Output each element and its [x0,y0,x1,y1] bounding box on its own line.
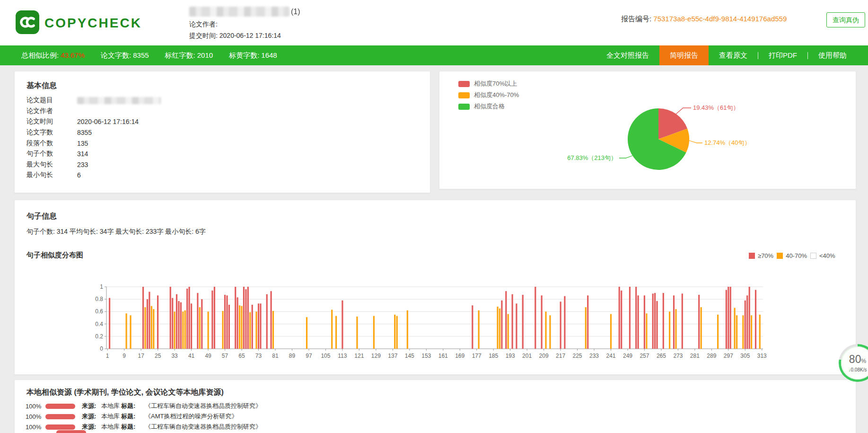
similarity-percent: 100% [26,424,45,431]
bar [749,287,750,349]
pie-legend-item[interactable]: 相似度70%以上 [458,78,519,89]
bar [701,307,702,349]
nav-stat-label: 论文字数: [101,51,131,59]
bar [654,293,656,349]
bar [180,302,182,349]
bar [306,317,307,349]
legend-label: 相似度70%以上 [474,80,517,88]
x-tick-label: 249 [623,353,632,359]
legend-swatch [458,104,470,110]
bar [629,287,631,349]
x-tick-label: 177 [472,353,482,359]
bar [755,290,756,349]
bar [673,295,675,349]
bar-legend-item[interactable]: ≥70% [749,252,773,259]
page-header: COPYCHECK (1) 论文作者: 提交时间: 2020-06-12 17:… [0,0,868,45]
pie-legend-item[interactable]: 相似度40%-70% [458,89,519,101]
copycheck-logo-icon [16,10,39,34]
basic-info-label: 论文题目 [26,96,65,105]
cc-glyph-icon [17,12,38,33]
similarity-progress-pill [45,414,75,419]
x-tick-label: 273 [673,353,683,359]
bar [211,291,213,349]
bar [478,310,480,349]
local-resources-title: 本地相似资源 (学术期刊, 学位论文, 会议论文等本地库资源) [26,388,224,398]
nav-stat-value: 1648 [261,51,277,59]
x-tick-label: 169 [455,353,465,359]
tab-print-pdf[interactable]: 打印PDF [758,45,807,65]
bar [249,312,251,349]
similarity-pie-chart: 19.43%（61句）12.74%（40句）67.83%（213句） [520,81,851,187]
tab-brief-report[interactable]: 简明报告 [659,45,709,65]
bar [717,315,719,349]
paper-title-suffix: (1) [291,8,300,16]
legend-swatch [777,253,783,259]
basic-info-row: 论文字数8355 [26,127,161,138]
bar [170,287,171,349]
bar [585,307,587,349]
verify-report-button[interactable]: 查询真伪 [826,12,865,27]
x-tick-label: 257 [640,353,649,359]
pie-label-line [689,141,702,143]
pie-slice-label: 19.43%（61句） [693,104,739,111]
bar-legend-item[interactable]: <40% [810,252,835,259]
bar [728,287,729,349]
bar [505,291,507,349]
bar [501,300,502,349]
bar [157,295,158,349]
bar [545,311,546,349]
bar [260,303,261,349]
tab-view-original[interactable]: 查看原文 [709,45,758,65]
bar [151,306,152,349]
bar [652,293,654,349]
basic-info-value: 8355 [77,129,92,136]
nav-stat: 标黄字数:1648 [229,51,277,60]
bar [147,299,148,349]
tab-full-report[interactable]: 全文对照报告 [596,45,659,65]
bar [356,317,358,349]
bar [197,293,198,349]
x-tick-label: 185 [489,353,498,359]
x-tick-label: 121 [354,353,364,359]
basic-info-row: 段落个数135 [26,138,161,149]
bar [746,295,748,349]
x-tick-label: 25 [155,353,161,359]
y-tick-label: 0 [100,345,103,352]
nav-stat: 标红字数:2010 [165,51,213,60]
local-resources-rows: 100%来源:本地库标题:《工程车辆自动变速器换档品质控制研究》100%来源:本… [15,401,856,432]
basic-info-row: 最小句长6 [26,170,161,181]
x-tick-label: 265 [657,353,666,359]
bar [669,311,670,349]
title-label: 标题: [121,423,145,431]
pie-legend: 相似度70%以上相似度40%-70%相似度合格 [458,78,519,112]
similarity-percent: 100% [26,403,45,410]
nav-stat-value: 2010 [197,51,213,59]
resource-title: 《工程车辆自动变速器换档品质控制研究》 [145,402,262,410]
bar [258,303,259,349]
nav-stat-label: 总相似比例: [21,51,59,59]
x-tick-label: 73 [255,353,262,359]
basic-info-row: 最大句长233 [26,159,161,170]
x-tick-label: 281 [690,353,700,359]
redacted-value [77,97,161,104]
source-label: 来源: [82,402,101,410]
tab-help[interactable]: 使用帮助 [808,45,857,65]
source-label: 来源: [82,412,101,421]
bar [252,305,253,349]
bar-legend-item[interactable]: 40-70% [777,252,807,259]
nav-stat: 论文字数:8355 [101,51,149,60]
title-label: 标题: [121,412,145,421]
legend-label: ≥70% [758,252,773,259]
basic-info-rows: 论文题目论文作者论文时间2020-06-12 17:16:14论文字数8355段… [26,95,161,181]
bar [335,316,337,349]
report-number-value: 753173a8-e55c-4df9-9814-4149176ad559 [653,15,787,23]
legend-swatch [458,81,470,87]
basic-info-label: 论文字数 [26,128,65,137]
badge-percent: 80% [849,354,866,366]
bar [109,298,110,349]
bar [734,308,736,349]
bar [331,310,333,349]
bar [255,311,257,349]
logo-wordmark: COPYCHECK [44,16,142,31]
pie-legend-item[interactable]: 相似度合格 [458,101,519,112]
